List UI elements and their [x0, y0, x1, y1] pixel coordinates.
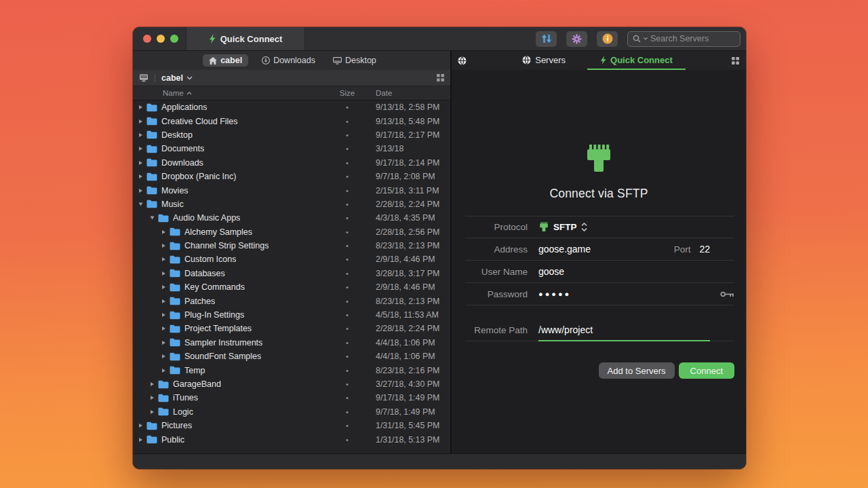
file-size: • — [337, 408, 357, 416]
folder-icon — [146, 186, 157, 195]
file-date: 2/9/18, 4:46 PM — [357, 255, 450, 264]
column-header-name[interactable]: Name — [163, 89, 337, 97]
port-field[interactable]: 22 — [699, 244, 710, 255]
table-row[interactable]: iTunes • 9/17/18, 1:49 PM — [133, 391, 450, 405]
file-list: Applications • 9/13/18, 2:58 PM Creative… — [133, 100, 450, 453]
table-row[interactable]: Documents • 3/13/18 — [133, 142, 450, 155]
disclosure-triangle[interactable] — [139, 174, 142, 179]
disclosure-triangle[interactable] — [139, 202, 143, 206]
path-tab-bar: cabel Downloads Desktop — [133, 51, 452, 70]
path-tab-downloads[interactable]: Downloads — [258, 54, 319, 67]
disclosure-triangle[interactable] — [162, 326, 165, 331]
search-input[interactable]: Search Servers — [627, 31, 741, 47]
table-row[interactable]: Key Commands • 2/9/18, 4:46 PM — [133, 280, 450, 294]
file-name: Creative Cloud Files — [161, 117, 238, 126]
close-button[interactable] — [143, 35, 151, 43]
disclosure-triangle[interactable] — [139, 133, 142, 137]
remote-path-field[interactable]: /www/project — [538, 324, 593, 335]
disclosure-triangle[interactable] — [162, 313, 165, 317]
path-tab-desktop[interactable]: Desktop — [329, 54, 380, 67]
file-date: 1/31/18, 5:45 PM — [357, 421, 450, 430]
table-row[interactable]: Music • 2/28/18, 2:24 PM — [133, 198, 450, 211]
table-row[interactable]: SoundFont Samples • 4/4/18, 1:06 PM — [133, 350, 450, 363]
chevron-down-icon[interactable] — [186, 76, 193, 80]
name-cell: Channel Strip Settings — [133, 241, 337, 250]
table-row[interactable]: Patches • 8/23/18, 2:13 PM — [133, 294, 450, 307]
table-row[interactable]: Project Templates • 2/28/18, 2:24 PM — [133, 322, 450, 335]
table-row[interactable]: Dropbox (Panic Inc) • 9/7/18, 2:08 PM — [133, 170, 450, 183]
key-icon — [720, 290, 734, 298]
password-field[interactable]: ●●●●● — [538, 290, 571, 298]
keychain-button[interactable] — [720, 290, 734, 298]
remote-path-label: Remote Path — [465, 325, 528, 335]
disclosure-triangle[interactable] — [139, 105, 142, 109]
search-placeholder: Search Servers — [650, 34, 709, 43]
table-row[interactable]: Plug-In Settings • 4/5/18, 11:53 AM — [133, 308, 450, 322]
table-row[interactable]: Temp • 8/23/18, 2:16 PM — [133, 363, 450, 377]
table-row[interactable]: Logic • 9/7/18, 1:49 PM — [133, 405, 450, 419]
port-label: Port — [674, 244, 691, 255]
table-row[interactable]: Sampler Instruments • 4/4/18, 1:06 PM — [133, 336, 450, 350]
activity-button[interactable] — [566, 31, 587, 47]
table-row[interactable]: Public • 1/31/18, 5:13 PM — [133, 432, 450, 446]
location-bar: cabel — [133, 70, 450, 86]
table-row[interactable]: Alchemy Samples • 2/28/18, 2:56 PM — [133, 225, 450, 239]
disclosure-triangle[interactable] — [139, 161, 142, 165]
folder-icon — [158, 407, 169, 416]
folder-icon — [170, 255, 180, 264]
info-button[interactable] — [597, 31, 618, 47]
protocol-popup[interactable]: SFTP — [538, 222, 587, 232]
column-header-size[interactable]: Size — [337, 89, 357, 97]
table-row[interactable]: Movies • 2/15/18, 3:11 PM — [133, 183, 450, 197]
tab-quick-connect[interactable]: Quick Connect — [587, 51, 686, 70]
username-field[interactable]: goose — [538, 266, 564, 277]
disclosure-triangle[interactable] — [162, 341, 165, 345]
zoom-button[interactable] — [170, 35, 178, 43]
disclosure-triangle[interactable] — [139, 438, 142, 442]
view-grid-icon[interactable] — [437, 74, 444, 81]
table-row[interactable]: Creative Cloud Files • 9/13/18, 5:48 PM — [133, 114, 450, 128]
divider — [155, 74, 155, 82]
tab-servers[interactable]: Servers — [513, 51, 575, 70]
disclosure-triangle[interactable] — [151, 217, 155, 220]
disclosure-triangle[interactable] — [139, 147, 142, 151]
panel-view-grid-icon[interactable] — [732, 51, 739, 70]
disclosure-triangle[interactable] — [162, 257, 165, 261]
disclosure-triangle[interactable] — [139, 119, 142, 124]
file-date: 8/23/18, 2:13 PM — [357, 241, 450, 250]
table-row[interactable]: Databases • 3/28/18, 3:17 PM — [133, 267, 450, 280]
disclosure-triangle[interactable] — [162, 244, 165, 248]
disclosure-triangle[interactable] — [162, 230, 165, 234]
location-dropdown[interactable]: cabel — [161, 73, 183, 83]
disclosure-triangle[interactable] — [139, 189, 142, 193]
table-row[interactable]: Audio Music Apps • 4/3/18, 4:35 PM — [133, 211, 450, 225]
column-header-date[interactable]: Date — [357, 89, 450, 97]
table-row[interactable]: Desktop • 9/17/18, 2:17 PM — [133, 128, 450, 142]
table-row[interactable]: Downloads • 9/17/18, 2:14 PM — [133, 156, 450, 170]
disclosure-triangle[interactable] — [162, 299, 165, 303]
minimize-button[interactable] — [157, 35, 165, 43]
table-row[interactable]: GarageBand • 3/27/18, 4:30 PM — [133, 377, 450, 391]
window-tab-quick-connect[interactable]: Quick Connect — [186, 27, 305, 50]
file-date: 9/17/18, 2:17 PM — [357, 130, 450, 140]
name-cell: Applications — [133, 102, 337, 112]
table-row[interactable]: Applications • 9/13/18, 2:58 PM — [133, 100, 450, 114]
table-row[interactable]: Pictures • 1/31/18, 5:45 PM — [133, 419, 450, 432]
disclosure-triangle[interactable] — [139, 424, 142, 428]
disclosure-triangle[interactable] — [162, 285, 165, 289]
table-row[interactable]: Custom Icons • 2/9/18, 4:46 PM — [133, 252, 450, 266]
disclosure-triangle[interactable] — [151, 382, 154, 386]
disclosure-triangle[interactable] — [162, 369, 165, 373]
file-name: Sampler Instruments — [184, 338, 262, 348]
disclosure-triangle[interactable] — [151, 396, 154, 400]
add-to-servers-button[interactable]: Add to Servers — [599, 362, 675, 379]
transfers-button[interactable] — [536, 31, 557, 47]
path-tab-cabel[interactable]: cabel — [203, 54, 248, 67]
disclosure-triangle[interactable] — [162, 271, 165, 276]
table-row[interactable]: Channel Strip Settings • 8/23/18, 2:13 P… — [133, 239, 450, 252]
disclosure-triangle[interactable] — [162, 354, 165, 358]
address-field[interactable]: goose.game — [538, 244, 591, 255]
disclosure-triangle[interactable] — [151, 410, 154, 414]
connect-button[interactable]: Connect — [679, 362, 734, 379]
name-cell: Downloads — [133, 158, 337, 168]
